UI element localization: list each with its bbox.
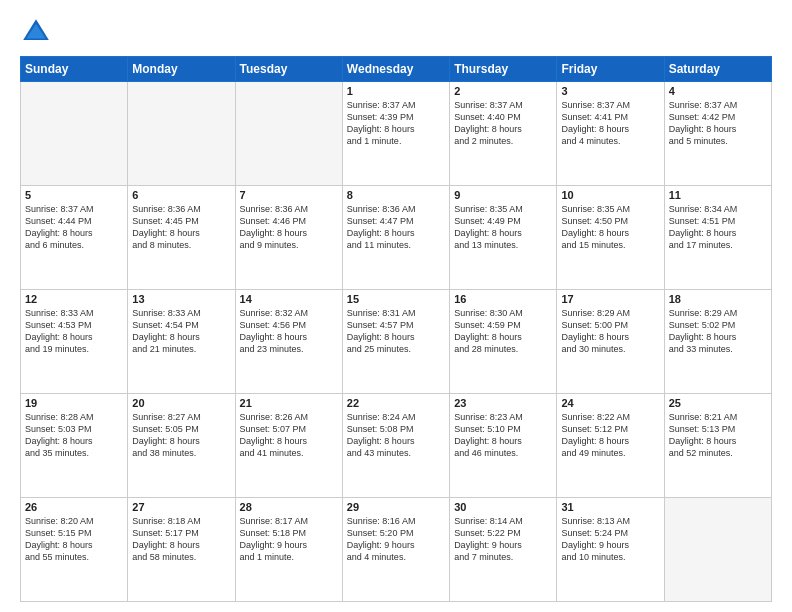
- header: [20, 16, 772, 48]
- day-info: Sunrise: 8:16 AM Sunset: 5:20 PM Dayligh…: [347, 515, 445, 564]
- weekday-header-saturday: Saturday: [664, 57, 771, 82]
- day-info: Sunrise: 8:17 AM Sunset: 5:18 PM Dayligh…: [240, 515, 338, 564]
- day-number: 24: [561, 397, 659, 409]
- weekday-header-wednesday: Wednesday: [342, 57, 449, 82]
- day-info: Sunrise: 8:37 AM Sunset: 4:42 PM Dayligh…: [669, 99, 767, 148]
- day-number: 18: [669, 293, 767, 305]
- calendar-cell: 7Sunrise: 8:36 AM Sunset: 4:46 PM Daylig…: [235, 186, 342, 290]
- weekday-header-row: SundayMondayTuesdayWednesdayThursdayFrid…: [21, 57, 772, 82]
- day-info: Sunrise: 8:29 AM Sunset: 5:02 PM Dayligh…: [669, 307, 767, 356]
- calendar-cell: 2Sunrise: 8:37 AM Sunset: 4:40 PM Daylig…: [450, 82, 557, 186]
- day-number: 29: [347, 501, 445, 513]
- day-number: 30: [454, 501, 552, 513]
- day-info: Sunrise: 8:33 AM Sunset: 4:54 PM Dayligh…: [132, 307, 230, 356]
- day-info: Sunrise: 8:27 AM Sunset: 5:05 PM Dayligh…: [132, 411, 230, 460]
- calendar-cell: 25Sunrise: 8:21 AM Sunset: 5:13 PM Dayli…: [664, 394, 771, 498]
- day-number: 25: [669, 397, 767, 409]
- day-number: 12: [25, 293, 123, 305]
- calendar-cell: 28Sunrise: 8:17 AM Sunset: 5:18 PM Dayli…: [235, 498, 342, 602]
- day-info: Sunrise: 8:26 AM Sunset: 5:07 PM Dayligh…: [240, 411, 338, 460]
- day-number: 26: [25, 501, 123, 513]
- calendar-cell: 31Sunrise: 8:13 AM Sunset: 5:24 PM Dayli…: [557, 498, 664, 602]
- day-info: Sunrise: 8:37 AM Sunset: 4:39 PM Dayligh…: [347, 99, 445, 148]
- calendar-cell: 8Sunrise: 8:36 AM Sunset: 4:47 PM Daylig…: [342, 186, 449, 290]
- day-info: Sunrise: 8:37 AM Sunset: 4:41 PM Dayligh…: [561, 99, 659, 148]
- day-info: Sunrise: 8:29 AM Sunset: 5:00 PM Dayligh…: [561, 307, 659, 356]
- calendar-cell: 12Sunrise: 8:33 AM Sunset: 4:53 PM Dayli…: [21, 290, 128, 394]
- calendar-cell: [664, 498, 771, 602]
- calendar-cell: 24Sunrise: 8:22 AM Sunset: 5:12 PM Dayli…: [557, 394, 664, 498]
- logo-icon: [20, 16, 52, 48]
- calendar-cell: 11Sunrise: 8:34 AM Sunset: 4:51 PM Dayli…: [664, 186, 771, 290]
- day-info: Sunrise: 8:21 AM Sunset: 5:13 PM Dayligh…: [669, 411, 767, 460]
- weekday-header-monday: Monday: [128, 57, 235, 82]
- day-info: Sunrise: 8:22 AM Sunset: 5:12 PM Dayligh…: [561, 411, 659, 460]
- day-number: 4: [669, 85, 767, 97]
- weekday-header-friday: Friday: [557, 57, 664, 82]
- calendar-cell: [128, 82, 235, 186]
- calendar-cell: 15Sunrise: 8:31 AM Sunset: 4:57 PM Dayli…: [342, 290, 449, 394]
- day-info: Sunrise: 8:28 AM Sunset: 5:03 PM Dayligh…: [25, 411, 123, 460]
- day-number: 13: [132, 293, 230, 305]
- calendar-cell: 22Sunrise: 8:24 AM Sunset: 5:08 PM Dayli…: [342, 394, 449, 498]
- calendar-cell: 5Sunrise: 8:37 AM Sunset: 4:44 PM Daylig…: [21, 186, 128, 290]
- day-info: Sunrise: 8:35 AM Sunset: 4:49 PM Dayligh…: [454, 203, 552, 252]
- day-number: 23: [454, 397, 552, 409]
- day-number: 16: [454, 293, 552, 305]
- day-info: Sunrise: 8:34 AM Sunset: 4:51 PM Dayligh…: [669, 203, 767, 252]
- day-number: 14: [240, 293, 338, 305]
- calendar-cell: 30Sunrise: 8:14 AM Sunset: 5:22 PM Dayli…: [450, 498, 557, 602]
- calendar-cell: 21Sunrise: 8:26 AM Sunset: 5:07 PM Dayli…: [235, 394, 342, 498]
- calendar-cell: 29Sunrise: 8:16 AM Sunset: 5:20 PM Dayli…: [342, 498, 449, 602]
- calendar-cell: 26Sunrise: 8:20 AM Sunset: 5:15 PM Dayli…: [21, 498, 128, 602]
- calendar-cell: [21, 82, 128, 186]
- weekday-header-tuesday: Tuesday: [235, 57, 342, 82]
- day-number: 1: [347, 85, 445, 97]
- calendar-cell: 20Sunrise: 8:27 AM Sunset: 5:05 PM Dayli…: [128, 394, 235, 498]
- weekday-header-thursday: Thursday: [450, 57, 557, 82]
- week-row-4: 19Sunrise: 8:28 AM Sunset: 5:03 PM Dayli…: [21, 394, 772, 498]
- day-info: Sunrise: 8:37 AM Sunset: 4:44 PM Dayligh…: [25, 203, 123, 252]
- weekday-header-sunday: Sunday: [21, 57, 128, 82]
- day-info: Sunrise: 8:30 AM Sunset: 4:59 PM Dayligh…: [454, 307, 552, 356]
- day-number: 21: [240, 397, 338, 409]
- week-row-2: 5Sunrise: 8:37 AM Sunset: 4:44 PM Daylig…: [21, 186, 772, 290]
- calendar-cell: 1Sunrise: 8:37 AM Sunset: 4:39 PM Daylig…: [342, 82, 449, 186]
- day-number: 9: [454, 189, 552, 201]
- day-info: Sunrise: 8:14 AM Sunset: 5:22 PM Dayligh…: [454, 515, 552, 564]
- day-number: 31: [561, 501, 659, 513]
- day-number: 6: [132, 189, 230, 201]
- day-info: Sunrise: 8:35 AM Sunset: 4:50 PM Dayligh…: [561, 203, 659, 252]
- day-number: 20: [132, 397, 230, 409]
- day-info: Sunrise: 8:33 AM Sunset: 4:53 PM Dayligh…: [25, 307, 123, 356]
- day-info: Sunrise: 8:18 AM Sunset: 5:17 PM Dayligh…: [132, 515, 230, 564]
- calendar-cell: 9Sunrise: 8:35 AM Sunset: 4:49 PM Daylig…: [450, 186, 557, 290]
- day-number: 7: [240, 189, 338, 201]
- day-info: Sunrise: 8:24 AM Sunset: 5:08 PM Dayligh…: [347, 411, 445, 460]
- week-row-1: 1Sunrise: 8:37 AM Sunset: 4:39 PM Daylig…: [21, 82, 772, 186]
- day-info: Sunrise: 8:31 AM Sunset: 4:57 PM Dayligh…: [347, 307, 445, 356]
- day-info: Sunrise: 8:37 AM Sunset: 4:40 PM Dayligh…: [454, 99, 552, 148]
- calendar-cell: 6Sunrise: 8:36 AM Sunset: 4:45 PM Daylig…: [128, 186, 235, 290]
- calendar-cell: [235, 82, 342, 186]
- calendar-cell: 17Sunrise: 8:29 AM Sunset: 5:00 PM Dayli…: [557, 290, 664, 394]
- day-info: Sunrise: 8:13 AM Sunset: 5:24 PM Dayligh…: [561, 515, 659, 564]
- day-info: Sunrise: 8:36 AM Sunset: 4:46 PM Dayligh…: [240, 203, 338, 252]
- day-number: 3: [561, 85, 659, 97]
- page: SundayMondayTuesdayWednesdayThursdayFrid…: [0, 0, 792, 612]
- calendar-cell: 13Sunrise: 8:33 AM Sunset: 4:54 PM Dayli…: [128, 290, 235, 394]
- calendar-cell: 3Sunrise: 8:37 AM Sunset: 4:41 PM Daylig…: [557, 82, 664, 186]
- calendar-cell: 10Sunrise: 8:35 AM Sunset: 4:50 PM Dayli…: [557, 186, 664, 290]
- week-row-3: 12Sunrise: 8:33 AM Sunset: 4:53 PM Dayli…: [21, 290, 772, 394]
- day-number: 15: [347, 293, 445, 305]
- calendar-table: SundayMondayTuesdayWednesdayThursdayFrid…: [20, 56, 772, 602]
- day-info: Sunrise: 8:36 AM Sunset: 4:47 PM Dayligh…: [347, 203, 445, 252]
- day-number: 2: [454, 85, 552, 97]
- day-number: 17: [561, 293, 659, 305]
- day-info: Sunrise: 8:20 AM Sunset: 5:15 PM Dayligh…: [25, 515, 123, 564]
- day-number: 8: [347, 189, 445, 201]
- day-number: 10: [561, 189, 659, 201]
- calendar-cell: 19Sunrise: 8:28 AM Sunset: 5:03 PM Dayli…: [21, 394, 128, 498]
- week-row-5: 26Sunrise: 8:20 AM Sunset: 5:15 PM Dayli…: [21, 498, 772, 602]
- day-number: 19: [25, 397, 123, 409]
